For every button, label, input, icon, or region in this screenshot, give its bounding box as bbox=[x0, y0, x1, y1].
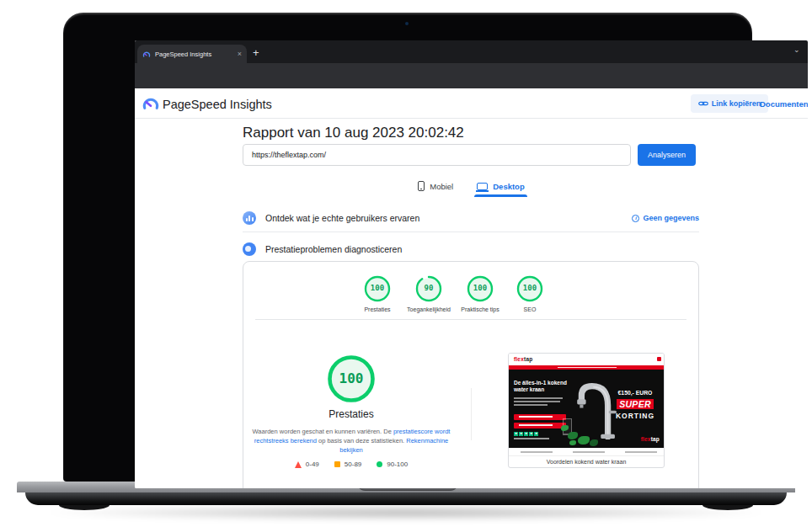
legend-pass: 90-100 bbox=[377, 460, 408, 468]
page-title: PageSpeed Insights bbox=[163, 98, 272, 111]
flextap-logo-footer: flextap bbox=[641, 436, 660, 442]
phone-icon bbox=[418, 181, 425, 191]
performance-description: Waarden worden geschat en kunnen variëre… bbox=[250, 427, 452, 455]
thumb-cta-button-2 bbox=[514, 423, 566, 429]
tab-desktop-label: Desktop bbox=[493, 182, 524, 191]
mint-leaf bbox=[569, 440, 576, 445]
performance-label: Prestaties bbox=[301, 408, 402, 420]
column-divider bbox=[471, 388, 472, 440]
copy-link-button[interactable]: Link kopiëren bbox=[691, 94, 768, 113]
device-tabs: Mobiel Desktop bbox=[135, 181, 808, 197]
thumb-section-heading: Voordelen kokend water kraan bbox=[509, 459, 664, 465]
tab-mobile[interactable]: Mobiel bbox=[418, 181, 453, 197]
browser-toolbar: ← → ⟳ pagespeed.web.dev /analysis/https-… bbox=[135, 63, 808, 88]
scores-card: 100 Prestaties 90 Toegankelijkheid bbox=[243, 261, 699, 488]
mint-leaf bbox=[578, 436, 590, 444]
laptop-shadow bbox=[38, 504, 774, 521]
macbook-mockup: MacBook Pro PageSpeed Insights × + ⌄ ← bbox=[0, 0, 812, 527]
score-legend: 0-49 50-89 90-100 bbox=[250, 460, 452, 468]
diagnose-title: Prestatieproblemen diagnosticeren bbox=[265, 244, 699, 254]
legend-fail: 0-49 bbox=[295, 460, 319, 468]
laptop-bezel: MacBook Pro PageSpeed Insights × + ⌄ ← bbox=[63, 13, 752, 482]
report-title: Rapport van 10 aug 2023 20:02:42 bbox=[243, 125, 464, 141]
cart-icon bbox=[657, 357, 661, 361]
thumb-promo: €150,- EURO SUPER KORTING bbox=[608, 390, 662, 420]
tab-title: PageSpeed Insights bbox=[155, 51, 233, 58]
thumb-reviews-caption bbox=[514, 438, 549, 439]
thumb-hero: De álles-in-1 kokend water kraan ★★★★★ bbox=[509, 370, 664, 448]
field-data-icon bbox=[243, 211, 256, 225]
pagespeed-favicon bbox=[142, 51, 151, 58]
new-tab-button[interactable]: + bbox=[253, 45, 259, 61]
performance-gauge-large: 100 bbox=[301, 354, 402, 403]
gauge-seo: 100 SEO bbox=[496, 275, 564, 312]
green-circle-icon bbox=[377, 461, 382, 467]
diagnose-icon bbox=[243, 242, 256, 256]
info-icon: i bbox=[632, 215, 639, 222]
orange-square-icon bbox=[334, 461, 340, 467]
browser-window: PageSpeed Insights × + ⌄ ← → ⟳ pagespeed… bbox=[135, 40, 808, 488]
diagnose-section[interactable]: Prestatieproblemen diagnosticeren bbox=[243, 237, 699, 261]
legend-average: 50-89 bbox=[334, 460, 361, 468]
thumb-site-header: flextap bbox=[509, 354, 664, 365]
no-data-label: Geen gegevens bbox=[643, 214, 699, 222]
tab-mobile-label: Mobiel bbox=[430, 182, 453, 191]
card-divider bbox=[255, 319, 686, 320]
link-icon bbox=[698, 100, 708, 107]
thumb-usp-bar bbox=[509, 448, 664, 456]
copy-link-label: Link kopiëren bbox=[712, 99, 761, 108]
laptop-base-edge bbox=[25, 492, 787, 505]
tab-desktop[interactable]: Desktop bbox=[477, 181, 524, 197]
url-input[interactable] bbox=[243, 144, 631, 166]
tab-close-icon[interactable]: × bbox=[238, 51, 242, 58]
field-data-section[interactable]: Ontdek wat je echte gebruikers ervaren i… bbox=[243, 205, 699, 232]
laptop-icon bbox=[477, 183, 488, 190]
tab-search-chevron-icon[interactable]: ⌄ bbox=[793, 45, 800, 54]
psi-header: PageSpeed Insights Link kopiëren Documen… bbox=[135, 88, 808, 119]
browser-tab-bar: PageSpeed Insights × + ⌄ bbox=[135, 40, 808, 63]
no-data-status[interactable]: i Geen gegevens bbox=[632, 214, 699, 222]
trustpilot-stars: ★★★★★ bbox=[514, 432, 538, 436]
thumb-headline: De álles-in-1 kokend water kraan bbox=[514, 380, 580, 393]
pagespeed-logo bbox=[142, 96, 160, 111]
site-screenshot-thumbnail: flextap De álles-in-1 kokend water kraan bbox=[508, 353, 665, 468]
field-data-title: Ontdek wat je echte gebruikers ervaren bbox=[265, 213, 622, 223]
analyze-button[interactable]: Analyseren bbox=[638, 144, 696, 166]
flextap-logo: flextap bbox=[514, 356, 532, 362]
psi-content: Rapport van 10 aug 2023 20:02:42 Analyse… bbox=[135, 119, 808, 488]
documents-link[interactable]: Documenten bbox=[760, 99, 808, 109]
red-triangle-icon bbox=[295, 461, 302, 468]
thumb-cta-button-1 bbox=[514, 414, 566, 420]
webcam-dot bbox=[405, 22, 409, 25]
browser-tab[interactable]: PageSpeed Insights × bbox=[137, 45, 247, 63]
mint-leaf bbox=[590, 439, 598, 446]
selected-tab-underline bbox=[474, 194, 526, 197]
